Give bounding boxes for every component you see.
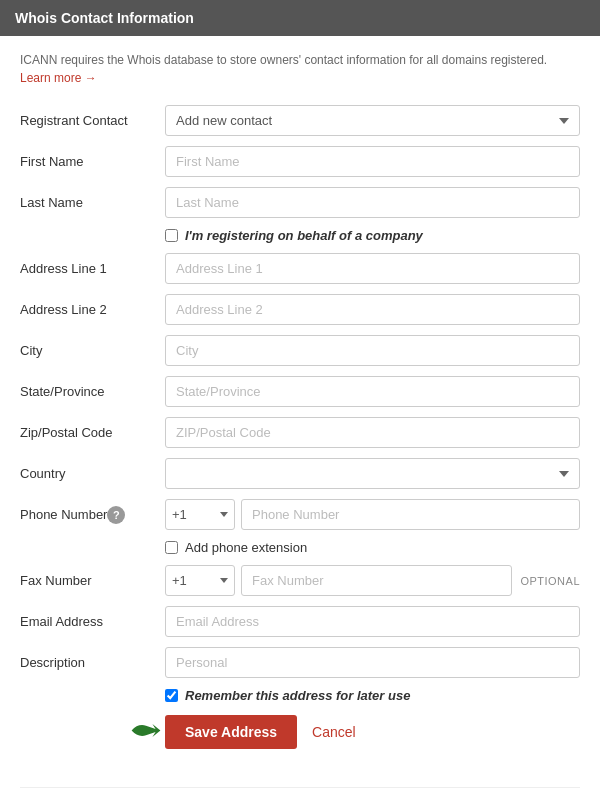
address2-label: Address Line 2 [20, 302, 107, 317]
fax-code-select[interactable]: +1 [165, 565, 235, 596]
city-input[interactable] [165, 335, 580, 366]
description-label: Description [20, 655, 85, 670]
last-name-label: Last Name [20, 195, 83, 210]
fax-label: Fax Number [20, 573, 92, 588]
phone-input[interactable] [241, 499, 580, 530]
remember-checkbox[interactable] [165, 689, 178, 702]
remember-label: Remember this address for later use [185, 688, 410, 703]
description-input[interactable] [165, 647, 580, 678]
first-name-input[interactable] [165, 146, 580, 177]
page-title: Whois Contact Information [15, 10, 194, 26]
city-label: City [20, 343, 42, 358]
country-label: Country [20, 466, 66, 481]
email-label: Email Address [20, 614, 103, 629]
email-input[interactable] [165, 606, 580, 637]
save-address-button[interactable]: Save Address [165, 715, 297, 749]
page-header: Whois Contact Information [0, 0, 600, 36]
cancel-button[interactable]: Cancel [312, 724, 356, 740]
company-checkbox-label: I'm registering on behalf of a company [185, 228, 423, 243]
phone-help-icon[interactable]: ? [107, 506, 125, 524]
country-select[interactable]: United States United Kingdom Canada [165, 458, 580, 489]
info-text: ICANN requires the Whois database to sto… [20, 51, 580, 87]
registrant-select[interactable]: Add new contact Use previously saved con… [165, 105, 580, 136]
zip-input[interactable] [165, 417, 580, 448]
add-extension-label: Add phone extension [185, 540, 307, 555]
section-divider [20, 787, 580, 788]
first-name-label: First Name [20, 154, 84, 169]
state-input[interactable] [165, 376, 580, 407]
zip-label: Zip/Postal Code [20, 425, 113, 440]
add-extension-checkbox[interactable] [165, 541, 178, 554]
address1-input[interactable] [165, 253, 580, 284]
save-arrow-icon [130, 720, 162, 745]
phone-code-select[interactable]: +1 [165, 499, 235, 530]
registrant-label: Registrant Contact [20, 113, 128, 128]
fax-input[interactable] [241, 565, 512, 596]
fax-optional-tag: OPTIONAL [520, 575, 580, 587]
company-checkbox[interactable] [165, 229, 178, 242]
learn-more-link[interactable]: Learn more → [20, 71, 97, 85]
address2-input[interactable] [165, 294, 580, 325]
last-name-input[interactable] [165, 187, 580, 218]
address1-label: Address Line 1 [20, 261, 107, 276]
phone-label: Phone Number [20, 507, 107, 522]
state-label: State/Province [20, 384, 105, 399]
